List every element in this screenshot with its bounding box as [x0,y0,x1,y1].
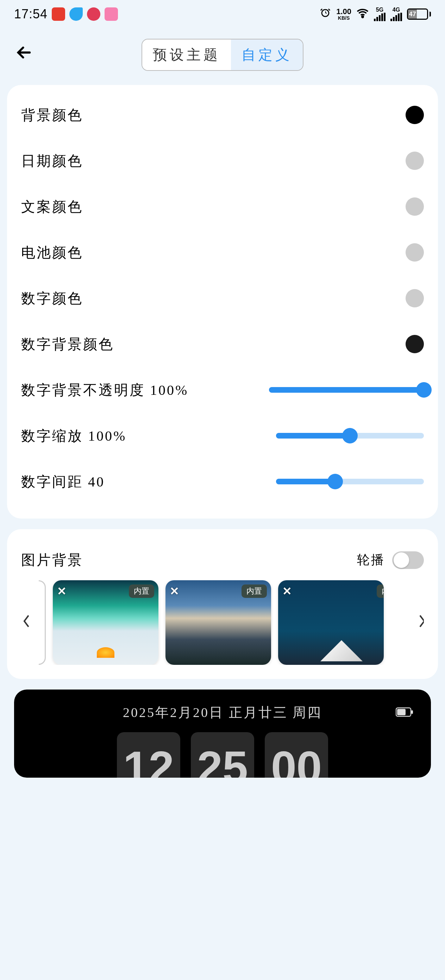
date-color-swatch[interactable] [405,151,424,170]
preview-battery-icon [396,707,413,719]
status-time: 17:54 [14,7,48,22]
header: 预设主题 自定义 [0,28,445,85]
digit-bg-color-swatch[interactable] [405,335,424,353]
scale-slider[interactable] [276,433,424,439]
image-gallery: ✕ 内置 ✕ 内置 ✕ 内 [21,580,424,665]
gallery-title: 图片背景 [21,550,83,570]
wifi-icon [356,7,369,22]
remove-icon[interactable]: ✕ [282,584,292,598]
text-color-label: 文案颜色 [21,197,83,216]
row-date-color: 日期颜色 [21,138,424,184]
carousel-label: 轮播 [357,551,385,569]
app-icon-3 [87,7,100,21]
digit-color-swatch[interactable] [405,289,424,307]
signal-5g: 5G [374,7,385,21]
row-battery-color: 电池颜色 [21,229,424,275]
flip-minutes: 25 [191,732,254,778]
flip-seconds: 00 [265,732,328,778]
status-bar: 17:54 1.00 KB/S 5G 4G 47 [0,0,445,28]
clock-preview: 2025年2月20日 正月廿三 周四 12 25 00 [14,689,431,778]
gallery-card: 图片背景 轮播 ✕ 内置 ✕ 内置 ✕ 内 [7,529,438,679]
gallery-next-button[interactable] [417,614,424,632]
text-color-swatch[interactable] [405,197,424,216]
builtin-badge: 内置 [242,584,267,598]
bg-color-label: 背景颜色 [21,105,83,125]
back-button[interactable] [14,43,34,67]
row-scale: 数字缩放 100% [21,413,424,459]
remove-icon[interactable]: ✕ [57,584,67,598]
digit-bg-color-label: 数字背景颜色 [21,334,114,354]
gallery-thumb-partial[interactable] [39,580,46,665]
battery-indicator: 47 [407,8,431,20]
svg-rect-3 [397,709,405,715]
digit-color-label: 数字颜色 [21,289,83,308]
svg-point-0 [362,16,364,18]
date-color-label: 日期颜色 [21,151,83,170]
gallery-thumb-2[interactable]: ✕ 内置 [165,580,271,665]
builtin-badge: 内 [377,584,384,598]
row-digit-color: 数字颜色 [21,275,424,321]
signal-4g: 4G [390,7,402,21]
settings-card: 背景颜色 日期颜色 文案颜色 电池颜色 数字颜色 数字背景颜色 数字背景不透明度… [7,85,438,519]
row-text-color: 文案颜色 [21,184,424,229]
row-digit-bg-color: 数字背景颜色 [21,321,424,367]
battery-color-label: 电池颜色 [21,243,83,262]
gallery-thumb-3[interactable]: ✕ 内 [278,580,384,665]
row-spacing: 数字间距 40 [21,459,424,504]
row-opacity: 数字背景不透明度 100% [21,367,424,413]
gallery-prev-button[interactable] [21,614,32,632]
preview-date: 2025年2月20日 正月廿三 周四 [123,704,322,722]
row-bg-color: 背景颜色 [21,92,424,138]
tab-custom[interactable]: 自定义 [231,40,303,70]
remove-icon[interactable]: ✕ [170,584,179,598]
tab-preset[interactable]: 预设主题 [142,40,231,70]
app-icon-toutiao [52,7,65,21]
alarm-icon [319,7,331,22]
svg-rect-2 [411,710,413,714]
bg-color-swatch[interactable] [405,106,424,124]
app-icon-bilibili [105,7,118,21]
spacing-slider[interactable] [276,479,424,484]
battery-color-swatch[interactable] [405,243,424,262]
network-speed: 1.00 KB/S [336,8,352,21]
gallery-thumb-1[interactable]: ✕ 内置 [53,580,158,665]
flip-hours: 12 [117,732,180,778]
builtin-badge: 内置 [129,584,154,598]
scale-label: 数字缩放 100% [21,426,127,445]
tab-bar: 预设主题 自定义 [141,39,304,71]
app-icon-2 [70,7,83,21]
opacity-slider[interactable] [269,387,424,393]
opacity-label: 数字背景不透明度 100% [21,380,188,400]
carousel-toggle[interactable] [392,551,424,569]
spacing-label: 数字间距 40 [21,472,105,492]
